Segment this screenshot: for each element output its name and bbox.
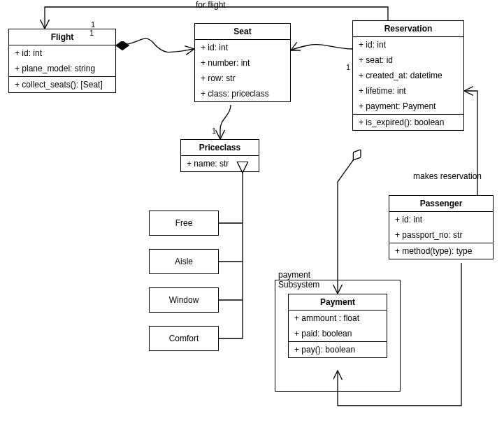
mult-1a: 1	[89, 29, 94, 37]
class-flight: Flight + id: int + plane_model: string +…	[8, 29, 116, 93]
priceclass-attrs: + name: str	[181, 156, 259, 171]
attr: + row: str	[195, 71, 290, 86]
reservation-title: Reservation	[353, 21, 463, 37]
class-reservation: Reservation + id: int + seat: id + creat…	[352, 20, 464, 131]
label-for-flight: for flight	[196, 0, 226, 10]
seat-title: Seat	[195, 24, 290, 40]
seat-attrs: + id: int + number: int + row: str + cla…	[195, 40, 290, 101]
attr: + id: int	[353, 37, 463, 52]
flight-title: Flight	[9, 29, 115, 45]
attr: + passport_no: str	[389, 227, 493, 243]
subclass-free: Free	[149, 210, 219, 236]
subsystem-label-1: payment	[278, 270, 310, 280]
attr: + id: int	[195, 40, 290, 55]
attr: + number: int	[195, 55, 290, 71]
passenger-ops: + method(type): type	[389, 243, 493, 259]
mult-1b: 1	[346, 63, 350, 71]
subsystem-label-2: Subsystem	[278, 280, 319, 290]
class-passenger: Passenger + id: int + passport_no: str +…	[389, 195, 494, 259]
class-priceclass: Priceclass + name: str	[180, 139, 259, 172]
payment-ops: + pay(): boolean	[289, 342, 387, 357]
reservation-ops: + is_expired(): boolean	[353, 115, 463, 130]
label-makes-reservation: makes reservation	[413, 171, 482, 181]
attr: + payment: Payment	[353, 99, 463, 114]
attr: + created_at: datetime	[353, 68, 463, 83]
subclass-window: Window	[149, 287, 219, 313]
mult-1c: 1	[212, 127, 216, 135]
class-seat: Seat + id: int + number: int + row: str …	[194, 23, 291, 102]
class-payment: Payment + ammount : float + paid: boolea…	[288, 294, 387, 358]
op: + collect_seats(): [Seat]	[9, 77, 115, 92]
attr: + id: int	[9, 45, 115, 61]
passenger-title: Passenger	[389, 196, 493, 212]
priceclass-title: Priceclass	[181, 140, 259, 156]
payment-title: Payment	[289, 294, 387, 311]
subclass-comfort: Comfort	[149, 326, 219, 351]
passenger-attrs: + id: int + passport_no: str	[389, 212, 493, 243]
subclass-aisle: Aisle	[149, 249, 219, 274]
attr: + seat: id	[353, 52, 463, 68]
attr: + name: str	[181, 156, 259, 171]
mult-1d: 1	[353, 150, 357, 159]
attr: + paid: boolean	[289, 326, 387, 341]
attr: + id: int	[389, 212, 493, 227]
payment-attrs: + ammount : float + paid: boolean	[289, 311, 387, 342]
op: + is_expired(): boolean	[353, 115, 463, 130]
flight-ops: + collect_seats(): [Seat]	[9, 77, 115, 92]
reservation-attrs: + id: int + seat: id + created_at: datet…	[353, 37, 463, 115]
op: + method(type): type	[389, 243, 493, 259]
attr: + class: priceclass	[195, 86, 290, 101]
op: + pay(): boolean	[289, 342, 387, 357]
attr: + ammount : float	[289, 311, 387, 326]
attr: + plane_model: string	[9, 61, 115, 76]
flight-attrs: + id: int + plane_model: string	[9, 45, 115, 77]
attr: + lifetime: int	[353, 83, 463, 99]
mult-1e: 1	[91, 20, 95, 29]
